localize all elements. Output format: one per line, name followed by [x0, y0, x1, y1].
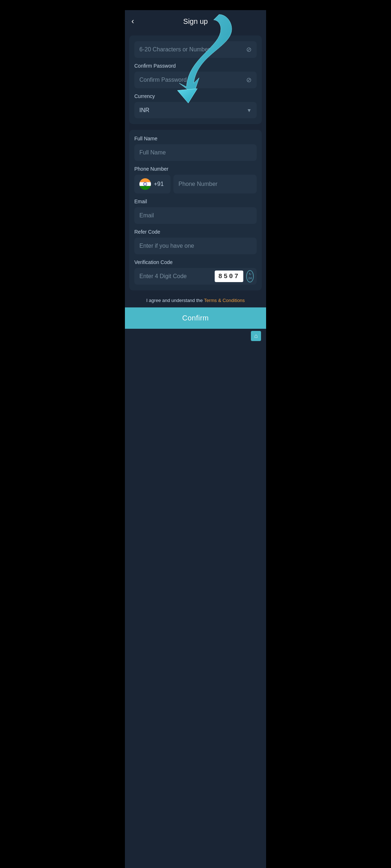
verification-code-input[interactable] [139, 269, 212, 283]
confirm-password-wrapper: ⊘ [134, 72, 257, 88]
password-section: ⊘ Confirm Password ⊘ Currency INR USD EU… [129, 35, 262, 124]
full-name-label: Full Name [134, 136, 257, 141]
currency-label: Currency [134, 93, 257, 99]
svg-rect-1 [139, 178, 151, 182]
email-input[interactable] [134, 207, 257, 224]
refer-code-wrapper [134, 238, 257, 254]
confirm-password-toggle-icon[interactable]: ⊘ [246, 76, 252, 84]
india-flag [139, 178, 151, 190]
country-picker[interactable]: +91 [134, 175, 171, 193]
terms-row: I agree and understand the Terms & Condi… [125, 293, 266, 307]
phone-row: +91 [134, 175, 257, 193]
home-indicator: ⌂ [125, 329, 266, 343]
app-container: ‹ Sign up ⊘ Confirm Password ⊘ [125, 10, 266, 868]
email-label: Email [134, 199, 257, 204]
refer-code-label: Refer Code [134, 229, 257, 235]
refer-code-input[interactable] [134, 238, 257, 254]
confirm-password-input[interactable] [134, 72, 257, 88]
password-field-wrapper: ⊘ [134, 41, 257, 58]
status-bar [125, 0, 266, 10]
phone-label: Phone Number [134, 166, 257, 172]
page-title: Sign up [183, 17, 208, 26]
captcha-image: 8507 [215, 271, 243, 282]
header: ‹ Sign up [125, 10, 266, 33]
email-wrapper [134, 207, 257, 224]
full-name-input[interactable] [134, 144, 257, 161]
currency-select[interactable]: INR USD EUR GBP [134, 102, 257, 118]
verification-code-wrapper: 8507 ↻ 24 [134, 268, 257, 285]
verification-row: 8507 ↻ 24 [134, 268, 257, 285]
svg-point-5 [145, 184, 146, 184]
terms-link[interactable]: Terms & Conditions [204, 298, 245, 303]
full-name-wrapper [134, 144, 257, 161]
profile-section: Full Name Phone Number [129, 130, 262, 290]
password-toggle-icon[interactable]: ⊘ [246, 46, 252, 54]
back-button[interactable]: ‹ [131, 15, 137, 27]
confirm-password-label: Confirm Password [134, 63, 257, 69]
currency-select-wrapper: INR USD EUR GBP ▼ [134, 102, 257, 118]
phone-input[interactable] [173, 175, 257, 193]
country-code: +91 [154, 181, 164, 187]
confirm-button[interactable]: Confirm [125, 307, 266, 329]
refresh-captcha-button[interactable]: ↻ 24 [246, 270, 254, 282]
verification-code-label: Verification Code [134, 259, 257, 265]
password-input[interactable] [134, 41, 257, 58]
svg-rect-3 [139, 186, 151, 190]
terms-text: I agree and understand the [146, 298, 204, 303]
home-icon[interactable]: ⌂ [251, 331, 261, 341]
